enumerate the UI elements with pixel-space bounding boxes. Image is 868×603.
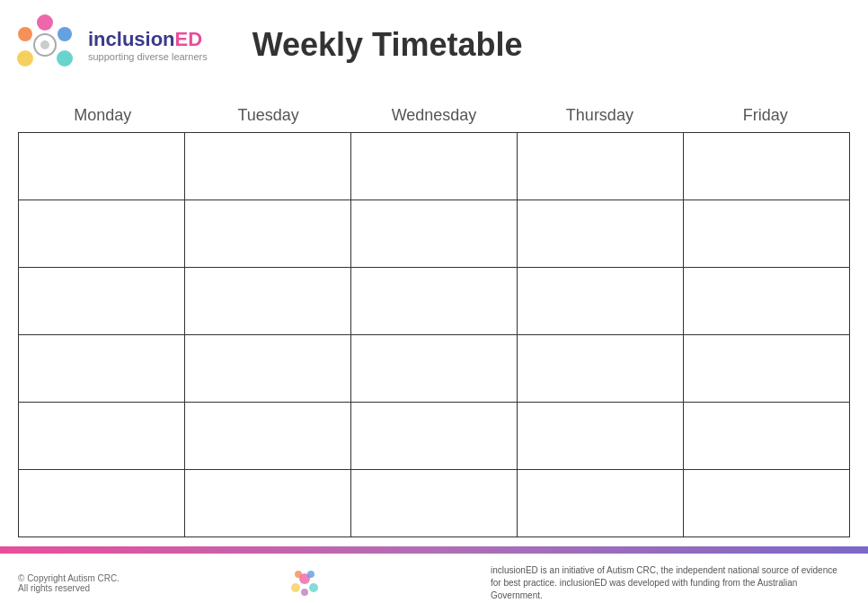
svg-point-9 (309, 583, 318, 592)
cell-r4-tuesday[interactable] (185, 335, 351, 403)
cell-r5-thursday[interactable] (518, 403, 684, 470)
logo-brand: inclusionED (88, 28, 208, 51)
cell-r6-wednesday[interactable] (351, 470, 518, 537)
cell-r2-tuesday[interactable] (185, 200, 351, 268)
footer-description: inclusionED is an initiative of Autism C… (491, 564, 850, 602)
header-friday: Friday (683, 99, 848, 132)
logo-tagline: supporting diverse learners (88, 51, 208, 62)
page-title: Weekly Timetable (252, 26, 523, 64)
logo-text: inclusionED supporting diverse learners (88, 28, 208, 62)
svg-point-4 (18, 27, 32, 41)
cell-r1-monday[interactable] (19, 133, 185, 200)
header-tuesday: Tuesday (185, 99, 350, 132)
copyright-line2: All rights reserved (18, 583, 120, 593)
svg-point-2 (17, 50, 33, 67)
cell-r6-monday[interactable] (19, 470, 185, 537)
cell-r2-thursday[interactable] (518, 200, 684, 268)
cell-r5-tuesday[interactable] (185, 403, 351, 470)
cell-r6-friday[interactable] (684, 470, 850, 537)
cell-r5-friday[interactable] (684, 403, 850, 470)
svg-point-3 (57, 50, 73, 67)
svg-point-12 (301, 589, 308, 596)
footer: © Copyright Autism CRC. All rights reser… (0, 554, 868, 603)
cell-r1-thursday[interactable] (518, 133, 684, 200)
cell-r2-friday[interactable] (684, 200, 850, 268)
cell-r2-wednesday[interactable] (351, 200, 518, 268)
cell-r1-friday[interactable] (684, 133, 850, 200)
header-thursday: Thursday (517, 99, 682, 132)
svg-point-11 (307, 571, 314, 578)
cell-r4-monday[interactable] (19, 335, 185, 403)
footer-copyright: © Copyright Autism CRC. All rights reser… (18, 573, 120, 593)
page-header: inclusionED supporting diverse learners … (0, 0, 868, 90)
bottom-bar (0, 546, 868, 554)
cell-r1-wednesday[interactable] (351, 133, 518, 200)
cell-r3-tuesday[interactable] (185, 268, 351, 335)
cell-r3-monday[interactable] (19, 268, 185, 335)
cell-r5-monday[interactable] (19, 403, 185, 470)
footer-logo-icon (282, 561, 327, 603)
header-monday: Monday (20, 99, 185, 132)
svg-point-8 (291, 583, 300, 592)
svg-point-10 (295, 571, 302, 578)
day-headers: Monday Tuesday Wednesday Thursday Friday (18, 99, 850, 132)
cell-r3-friday[interactable] (684, 268, 850, 335)
logo-container: inclusionED supporting diverse learners (9, 9, 208, 81)
copyright-line1: © Copyright Autism CRC. (18, 573, 120, 583)
svg-point-5 (58, 27, 72, 41)
header-wednesday: Wednesday (351, 99, 517, 132)
cell-r1-tuesday[interactable] (185, 133, 351, 200)
cell-r5-wednesday[interactable] (351, 403, 518, 470)
svg-point-6 (40, 40, 49, 49)
cell-r4-wednesday[interactable] (351, 335, 518, 403)
cell-r3-thursday[interactable] (518, 268, 684, 335)
cell-r6-thursday[interactable] (518, 470, 684, 537)
cell-r2-monday[interactable] (19, 200, 185, 268)
cell-r4-friday[interactable] (684, 335, 850, 403)
logo-icon (9, 9, 81, 81)
footer-logo (282, 561, 327, 603)
cell-r6-tuesday[interactable] (185, 470, 351, 537)
svg-point-1 (37, 14, 53, 31)
cell-r4-thursday[interactable] (518, 335, 684, 403)
cell-r3-wednesday[interactable] (351, 268, 518, 335)
timetable-grid (18, 132, 850, 537)
main-content: Monday Tuesday Wednesday Thursday Friday (0, 90, 868, 546)
